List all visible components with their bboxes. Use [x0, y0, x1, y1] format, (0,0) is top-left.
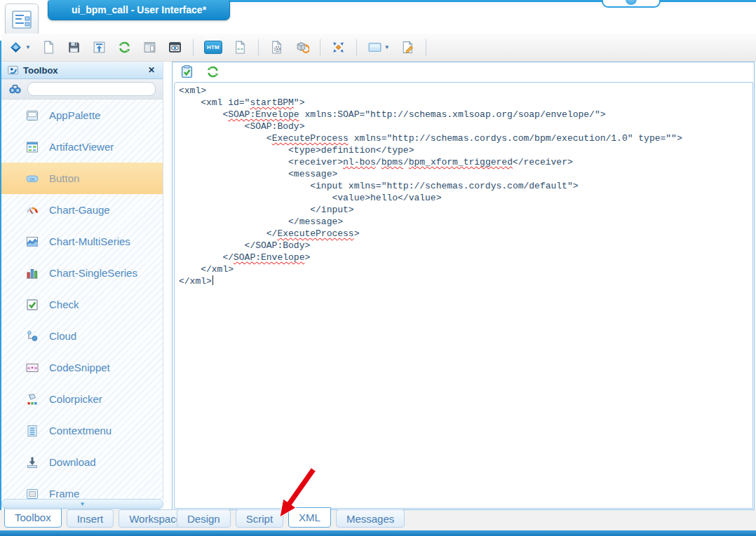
- validate-arrows-button[interactable]: [330, 39, 347, 56]
- collapse-knob-icon: [626, 0, 637, 5]
- toolbox-item-label: Chart-Gauge: [49, 204, 110, 216]
- toolbox-search-input[interactable]: [27, 82, 156, 96]
- toolbox-item-chart-multiseries[interactable]: Chart-MultiSeries: [1, 226, 163, 257]
- validate-arrows-icon: [331, 40, 346, 55]
- toolbox-item-label: Contextmenu: [49, 425, 112, 437]
- refresh-icon: [205, 64, 220, 79]
- preview-icon: [168, 40, 182, 55]
- toolbox-header: Toolbox ✕: [1, 62, 163, 79]
- colorpicker-icon: [25, 392, 39, 406]
- tab-toolbox[interactable]: Toolbox: [4, 507, 62, 528]
- code-line: <type>definition</type>: [179, 144, 748, 156]
- highlight-rect-icon: [367, 40, 382, 55]
- toolbox-item-apppalette[interactable]: AppPalette: [1, 99, 163, 131]
- tab-script[interactable]: Script: [236, 509, 283, 528]
- save-button[interactable]: [65, 39, 83, 56]
- tab-insert[interactable]: Insert: [67, 509, 114, 528]
- toolbox-item-label: Frame: [49, 488, 79, 500]
- editor-tab-strip: DesignScriptXMLMessages: [177, 509, 405, 528]
- binoculars-search-icon: [8, 83, 22, 96]
- toolbox-scroll-down[interactable]: ▼: [1, 499, 163, 509]
- toolbox-item-cloud[interactable]: Cloud: [1, 320, 163, 352]
- save-icon: [67, 40, 81, 55]
- edit-page-button[interactable]: [399, 39, 417, 56]
- svg-text:OK: OK: [29, 177, 35, 181]
- app-window-button[interactable]: [5, 4, 39, 36]
- code-page-button[interactable]: «»: [231, 39, 249, 56]
- toolbox-item-frame[interactable]: Frame: [1, 478, 163, 501]
- code-line: <SOAP:Envelope xmlns:SOAP="http://schema…: [179, 109, 748, 121]
- download-icon: [25, 455, 39, 469]
- code-line: <input xmlns="http://schemas.cordys.com/…: [179, 180, 748, 192]
- code-line: </input>: [179, 204, 748, 216]
- toolbar-separator: [426, 39, 426, 56]
- settings-page-icon: [269, 40, 284, 55]
- cloud-icon: [25, 329, 39, 343]
- window-top-border: [229, 0, 756, 2]
- svg-text:«•»: «•»: [27, 365, 38, 371]
- dropdown-arrow-icon: ▼: [384, 44, 390, 50]
- publish-icon: [92, 40, 107, 55]
- tab-messages[interactable]: Messages: [336, 509, 405, 528]
- sidebar-tab-strip: ToolboxInsertWorkspace▶: [4, 509, 203, 528]
- apppalette-icon: [25, 109, 39, 123]
- edit-page-icon: [400, 40, 415, 55]
- code-line: <ExecuteProcess xmlns="http://schemas.co…: [179, 132, 748, 144]
- toolbox-item-download[interactable]: Download: [1, 446, 163, 478]
- collapse-panel-handle[interactable]: [602, 0, 661, 8]
- toolbox-item-chart-singleseries[interactable]: Chart-SingleSeries: [1, 257, 163, 289]
- close-icon[interactable]: ✕: [146, 65, 157, 75]
- document-title-tab[interactable]: ui_bpm_call - User Interface*: [48, 0, 230, 20]
- check-icon: [25, 298, 39, 312]
- settings-page-button[interactable]: [268, 39, 285, 56]
- toolbox-item-chart-gauge[interactable]: Chart-Gauge: [1, 194, 163, 226]
- htm-button[interactable]: HTM: [203, 39, 224, 55]
- toolbox-item-contextmenu[interactable]: Contextmenu: [1, 415, 163, 446]
- toolbox-item-artifactviewer[interactable]: ArtifactViewer: [1, 131, 163, 163]
- new-document-icon: [41, 40, 56, 55]
- highlight-rect-button[interactable]: ▼: [366, 39, 391, 56]
- cordys-logo-icon: [8, 40, 23, 55]
- toolbox-item-label: Colorpicker: [49, 393, 102, 405]
- code-line: </ExecuteProcess>: [179, 228, 748, 240]
- toolbox-item-check[interactable]: Check: [1, 289, 163, 320]
- window-panel-button[interactable]: [141, 39, 158, 56]
- toolbox-item-codesnippet[interactable]: «•»CodeSnippet: [1, 352, 163, 383]
- xml-code-area[interactable]: <xml> <xml id="startBPM"> <SOAP:Envelope…: [174, 82, 753, 509]
- code-page-icon: «»: [233, 40, 248, 55]
- refresh-button[interactable]: [116, 39, 133, 56]
- htm-icon: HTM: [204, 41, 222, 54]
- toolbar-separator: [320, 39, 320, 56]
- window-bottom-bar: [0, 530, 756, 536]
- toolbox-icon: [7, 64, 19, 76]
- preview-button[interactable]: [166, 39, 184, 56]
- code-line: <xml>: [179, 85, 748, 97]
- cordys-menu-button[interactable]: ▼: [7, 39, 32, 56]
- refresh-button[interactable]: [204, 63, 222, 81]
- toolbox-item-colorpicker[interactable]: Colorpicker: [1, 383, 163, 415]
- toolbox-search-row: [1, 79, 163, 99]
- toolbox-item-label: Check: [49, 298, 79, 310]
- codesnippet-icon: «•»: [25, 361, 39, 375]
- tab-xml[interactable]: XML: [288, 507, 331, 528]
- code-line: <SOAP:Body>: [179, 121, 748, 132]
- deploy-cube-button[interactable]: [293, 39, 311, 56]
- cordys-ui-designer-window: ui_bpm_call - User Interface* ▼HTM«»▼ To…: [0, 0, 756, 536]
- chart-singleseries-icon: [25, 266, 39, 280]
- code-line: <receiver>nl-bos/bpms/bpm_xform_triggere…: [179, 156, 748, 168]
- toolbox-item-label: Button: [49, 172, 79, 184]
- toolbox-item-label: Download: [49, 456, 96, 468]
- document-title: ui_bpm_call - User Interface*: [72, 4, 206, 15]
- validate-xml-button[interactable]: [178, 63, 196, 81]
- toolbar-separator: [193, 39, 194, 56]
- window-panel-icon: [142, 40, 157, 55]
- code-line: <xml id="startBPM">: [179, 97, 748, 109]
- new-document-button[interactable]: [40, 39, 58, 56]
- button-icon: OK: [25, 172, 39, 186]
- tab-design[interactable]: Design: [177, 509, 231, 528]
- toolbox-item-button[interactable]: OKButton: [1, 163, 163, 194]
- text-caret: [212, 275, 213, 285]
- publish-button[interactable]: [90, 39, 108, 56]
- code-line: </SOAP:Envelope>: [179, 252, 748, 263]
- toolbox-item-label: ArtifactViewer: [49, 141, 114, 153]
